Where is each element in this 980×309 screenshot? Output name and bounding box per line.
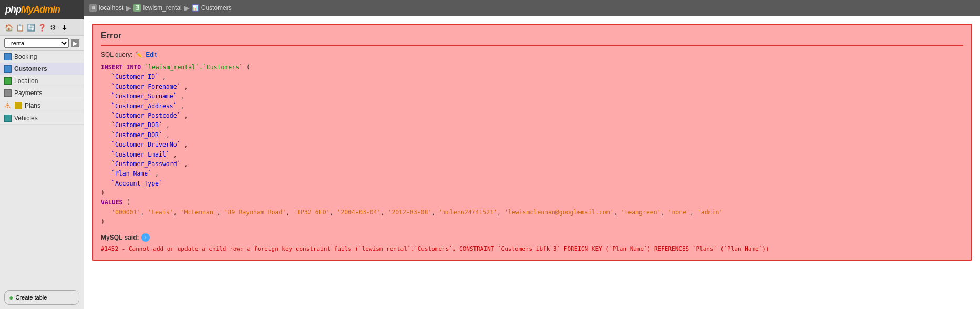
sql-field-4: `Customer_Address` , [111, 101, 963, 111]
sql-field-2: `Customer_Forename` , [111, 82, 963, 91]
sidebar: phpMyAdmin 🏠 📋 🔄 ❓ ⚙ ⬇ _rental ▶ Booking… [0, 0, 84, 309]
create-table-plus-icon: ● [9, 293, 13, 302]
breadcrumb: 🖥 localhost ▶ 🗄 lewism_rental ▶ 📊 Custom… [84, 0, 980, 16]
db-icon[interactable]: 📋 [15, 23, 25, 32]
payments-icon [4, 89, 12, 97]
sidebar-item-vehicles[interactable]: Vehicles [0, 112, 84, 125]
breadcrumb-host[interactable]: localhost [99, 4, 123, 12]
nav-items: Booking Customers Location Payments ⚠ Pl… [0, 51, 84, 286]
sql-field-3: `Customer_Surname` , [111, 91, 963, 101]
customers-icon [4, 65, 12, 73]
mysql-info-icon: i [141, 233, 150, 242]
sql-field-10: `Customer_Password` , [111, 159, 963, 169]
create-table-label: Create table [15, 294, 47, 301]
sql-fields-close: ) [101, 188, 963, 198]
table-icon: 📊 [192, 4, 199, 12]
sql-field-6: `Customer_DOB` , [111, 120, 963, 130]
edit-pencil-icon: ✏️ [135, 51, 143, 58]
refresh-icon[interactable]: 🔄 [26, 23, 36, 32]
help-icon[interactable]: ❓ [37, 23, 47, 32]
sql-field-5: `Customer_Postcode` , [111, 111, 963, 120]
sidebar-item-plans-label: Plans [25, 102, 40, 109]
warning-icon: ⚠ [4, 101, 11, 110]
mysql-said-label: MySQL said: [101, 234, 139, 241]
sql-values-line: VALUES ( [101, 198, 963, 207]
sql-insert-line: INSERT INTO `lewism_rental`.`Customers` … [101, 63, 963, 72]
db-selector: _rental ▶ [0, 36, 84, 51]
database-icon: 🗄 [133, 4, 141, 12]
sidebar-item-booking-label: Booking [14, 53, 37, 60]
breadcrumb-database[interactable]: lewism_rental [143, 4, 181, 12]
error-message-text: #1452 - Cannot add or update a child row… [101, 245, 963, 254]
exit-icon[interactable]: ⬇ [59, 23, 69, 32]
sidebar-item-plans[interactable]: ⚠ Plans [0, 99, 84, 112]
error-box: Error SQL query: ✏️ Edit INSERT INTO `le… [92, 24, 972, 261]
pma-logo-myadmin: MyAdmin [21, 4, 60, 15]
error-title: Error [101, 31, 963, 46]
sql-field-1: `Customer_ID` , [111, 72, 963, 81]
breadcrumb-sep-1: ▶ [126, 4, 131, 12]
sql-query-line: SQL query: ✏️ Edit [101, 51, 963, 58]
sql-values-close: ) [101, 217, 963, 226]
toolbar-icons: 🏠 📋 🔄 ❓ ⚙ ⬇ [0, 19, 84, 36]
create-table-button[interactable]: ● Create table [4, 290, 79, 305]
content-area: Error SQL query: ✏️ Edit INSERT INTO `le… [84, 16, 980, 309]
sidebar-item-location[interactable]: Location [0, 75, 84, 87]
sidebar-item-vehicles-label: Vehicles [14, 115, 38, 122]
sidebar-item-payments[interactable]: Payments [0, 87, 84, 99]
sql-fields-block: `Customer_ID` , `Customer_Forename` , `C… [101, 72, 963, 188]
breadcrumb-table[interactable]: Customers [201, 4, 232, 12]
home-icon[interactable]: 🏠 [4, 23, 14, 32]
booking-icon [4, 53, 12, 60]
db-select[interactable]: _rental [4, 38, 69, 48]
vehicles-icon [4, 115, 12, 122]
db-go-button[interactable]: ▶ [71, 39, 79, 47]
sidebar-item-booking[interactable]: Booking [0, 51, 84, 63]
sidebar-item-location-label: Location [14, 77, 38, 85]
sidebar-item-customers-label: Customers [14, 65, 47, 73]
sql-field-8: `Customer_DriverNo` , [111, 140, 963, 149]
sql-field-9: `Customer_Email` , [111, 150, 963, 159]
sql-code: INSERT INTO `lewism_rental`.`Customers` … [101, 63, 963, 227]
pma-logo-php: php [5, 4, 21, 15]
edit-link[interactable]: Edit [146, 51, 157, 58]
sidebar-item-customers[interactable]: Customers [0, 63, 84, 75]
server-icon: 🖥 [89, 4, 97, 12]
sql-values-block: '000001', 'Lewis', 'McLennan', '89 Raynh… [101, 208, 963, 217]
sql-field-11: `Plan_Name` , [111, 169, 963, 178]
main-content: 🖥 localhost ▶ 🗄 lewism_rental ▶ 📊 Custom… [84, 0, 980, 309]
plans-icon [15, 102, 22, 109]
pma-logo[interactable]: phpMyAdmin [0, 0, 84, 19]
sql-field-12: `Account_Type` [111, 179, 963, 188]
sidebar-item-payments-label: Payments [14, 89, 42, 97]
settings-icon[interactable]: ⚙ [48, 23, 58, 32]
mysql-said-line: MySQL said: i [101, 233, 963, 242]
location-icon [4, 77, 12, 85]
sql-query-label: SQL query: [101, 51, 132, 58]
breadcrumb-sep-2: ▶ [184, 4, 190, 12]
sql-field-7: `Customer_DOR` , [111, 130, 963, 140]
